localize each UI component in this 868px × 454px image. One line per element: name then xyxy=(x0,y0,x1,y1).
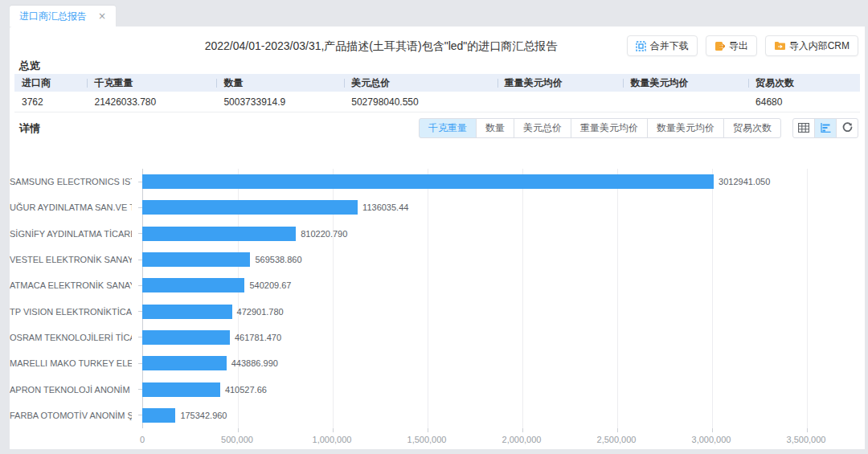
details-controls: 千克重量数量美元总价重量美元均价数量美元均价贸易次数 xyxy=(419,118,858,138)
bar-value-label: 1136035.44 xyxy=(362,202,408,212)
report-content: 2022/04/01-2023/03/31,产品描述(土耳其语)包含"led"的… xyxy=(10,27,865,449)
bar-track: 540209.67 xyxy=(142,278,806,292)
overview-table: 进口商千克重量数量美元总价重量美元均价数量美元均价贸易次数 3762214260… xyxy=(14,74,860,112)
bar[interactable] xyxy=(142,174,714,189)
chart-row: SİGNİFY AYDINLATMA TİCARET ANO...810220.… xyxy=(10,221,865,247)
category-label: APRON TEKNOLOJİ ANONİM ŞİRKETİ xyxy=(10,385,132,395)
export-label: 导出 xyxy=(729,39,748,53)
metric-tab-5[interactable]: 贸易次数 xyxy=(723,118,781,138)
metric-tab-1[interactable]: 数量 xyxy=(476,118,514,138)
x-axis-tick-label: 3,000,000 xyxy=(675,435,747,444)
bar-value-label: 810220.790 xyxy=(301,229,347,239)
bar-track: 443886.990 xyxy=(142,356,806,370)
overview-column-header: 数量 xyxy=(216,76,344,90)
axis-tick xyxy=(712,428,713,432)
bar-value-label: 461781.470 xyxy=(235,333,281,342)
bar-view-button[interactable] xyxy=(814,118,837,138)
overview-column-header: 数量美元均价 xyxy=(623,76,748,90)
metric-tab-0[interactable]: 千克重量 xyxy=(419,118,477,138)
axis-tick xyxy=(522,428,523,432)
merge-download-button[interactable]: 合并下载 xyxy=(627,35,698,56)
details-bar: 详情 千克重量数量美元总价重量美元均价数量美元均价贸易次数 xyxy=(19,118,858,138)
x-axis-tick-label: 2,500,000 xyxy=(580,435,653,444)
axis-tick xyxy=(428,428,428,432)
bar-view-icon xyxy=(821,121,831,136)
bar-value-label: 175342.960 xyxy=(180,411,227,420)
bar-track: 410527.66 xyxy=(142,382,806,397)
bar[interactable] xyxy=(142,227,296,241)
overview-cell: 3762 xyxy=(14,96,87,108)
chart-row: SAMSUNG ELECTRONICS ISTANBUL P...3012941… xyxy=(10,169,865,194)
bar-chart: SAMSUNG ELECTRONICS ISTANBUL P...3012941… xyxy=(10,169,865,454)
x-axis-tick-label: 0 xyxy=(106,435,178,444)
overview-column-header: 美元总价 xyxy=(344,76,497,90)
merge-download-label: 合并下载 xyxy=(650,39,689,53)
bar-value-label: 443886.990 xyxy=(231,358,278,368)
close-icon[interactable]: × xyxy=(98,10,106,22)
bar[interactable] xyxy=(142,330,230,345)
category-label: FARBA OTOMOTİV ANONİM ŞİRKETİ xyxy=(10,411,132,420)
bar-track: 1136035.44 xyxy=(142,200,806,215)
bar[interactable] xyxy=(142,252,250,267)
category-label: SAMSUNG ELECTRONICS ISTANBUL P... xyxy=(10,177,132,186)
overview-cell: 502798040.550 xyxy=(344,96,497,108)
bar-value-label: 410527.66 xyxy=(225,385,267,395)
bar[interactable] xyxy=(142,278,244,292)
bar-value-label: 3012941.050 xyxy=(719,177,770,186)
category-label: VESTEL ELEKTRONİK SANAYİ VE Tİ... xyxy=(10,255,132,264)
overview-column-header: 千克重量 xyxy=(87,76,216,90)
import-crm-button[interactable]: 导入内部CRM xyxy=(765,35,858,56)
bar[interactable] xyxy=(142,382,220,397)
chart-rows: SAMSUNG ELECTRONICS ISTANBUL P...3012941… xyxy=(10,169,865,428)
bar-track: 569538.860 xyxy=(142,252,806,267)
tab-bar: 进口商汇总报告 × xyxy=(0,0,868,27)
chart-row: UĞUR AYDINLATMA SAN.VE TİC.LTD...1136035… xyxy=(10,194,865,220)
bar-value-label: 472901.780 xyxy=(237,307,284,317)
chart-row: FARBA OTOMOTİV ANONİM ŞİRKETİ175342.960 xyxy=(10,403,865,428)
export-icon xyxy=(714,41,725,51)
category-label: UĞUR AYDINLATMA SAN.VE TİC.LTD... xyxy=(10,202,132,212)
overview-header-row: 进口商千克重量数量美元总价重量美元均价数量美元均价贸易次数 xyxy=(14,74,860,92)
bar[interactable] xyxy=(142,408,175,423)
axis-tick xyxy=(617,428,618,432)
refresh-button[interactable] xyxy=(836,118,858,138)
bar-track: 461781.470 xyxy=(142,330,806,345)
overview-data-row: 376221426033.7805003733914.9502798040.55… xyxy=(14,92,860,112)
bar[interactable] xyxy=(142,305,232,319)
view-toggle-group xyxy=(792,118,858,138)
category-label: MARELLI MAKO TURKEY ELEKTRİK S... xyxy=(10,358,132,368)
page-title: 2022/04/01-2023/03/31,产品描述(土耳其语)包含"led"的… xyxy=(106,39,656,54)
bar-value-label: 540209.67 xyxy=(249,280,291,290)
import-crm-icon xyxy=(774,41,785,51)
tab-importer-summary-report[interactable]: 进口商汇总报告 × xyxy=(10,6,116,27)
details-section-label: 详情 xyxy=(19,121,40,136)
metric-tab-4[interactable]: 数量美元均价 xyxy=(647,118,724,138)
metric-tab-group: 千克重量数量美元总价重量美元均价数量美元均价贸易次数 xyxy=(419,118,781,138)
chart-row: OSRAM TEKNOLOJİLERİ TİCARET AN...461781.… xyxy=(10,325,865,350)
metric-tab-3[interactable]: 重量美元均价 xyxy=(571,118,648,138)
overview-cell: 64680 xyxy=(748,96,860,108)
x-axis-tick-label: 3,500,000 xyxy=(770,435,842,444)
bar[interactable] xyxy=(142,200,358,215)
bar-track: 175342.960 xyxy=(142,408,806,423)
axis-tick xyxy=(333,428,334,432)
bar[interactable] xyxy=(142,356,227,370)
x-axis-tick-label: 1,000,000 xyxy=(296,435,368,444)
metric-tab-2[interactable]: 美元总价 xyxy=(514,118,571,138)
chart-row: MARELLI MAKO TURKEY ELEKTRİK S...443886.… xyxy=(10,350,865,376)
overview-cell: 21426033.780 xyxy=(87,96,216,108)
chart-row: VESTEL ELEKTRONİK SANAYİ VE Tİ...569538.… xyxy=(10,247,865,272)
category-label: TP VISION ELEKTRONİKTİCARET AN... xyxy=(10,307,132,317)
bar-value-label: 569538.860 xyxy=(255,255,301,264)
importer-summary-report-page: 进口商汇总报告 × 2022/04/01-2023/03/31,产品描述(土耳其… xyxy=(0,0,868,454)
category-label: ATMACA ELEKTRONİK SANAYİ VE Tİ... xyxy=(10,280,132,290)
overview-column-header: 贸易次数 xyxy=(748,76,860,90)
overview-column-header: 重量美元均价 xyxy=(497,76,624,90)
axis-tick xyxy=(807,428,808,432)
chart-row: APRON TEKNOLOJİ ANONİM ŞİRKETİ410527.66 xyxy=(10,376,865,402)
bar-track: 810220.790 xyxy=(142,227,806,241)
bar-track: 3012941.050 xyxy=(142,174,806,189)
table-view-button[interactable] xyxy=(792,118,815,138)
export-button[interactable]: 导出 xyxy=(706,35,757,56)
overview-cell: 5003733914.9 xyxy=(216,96,344,108)
